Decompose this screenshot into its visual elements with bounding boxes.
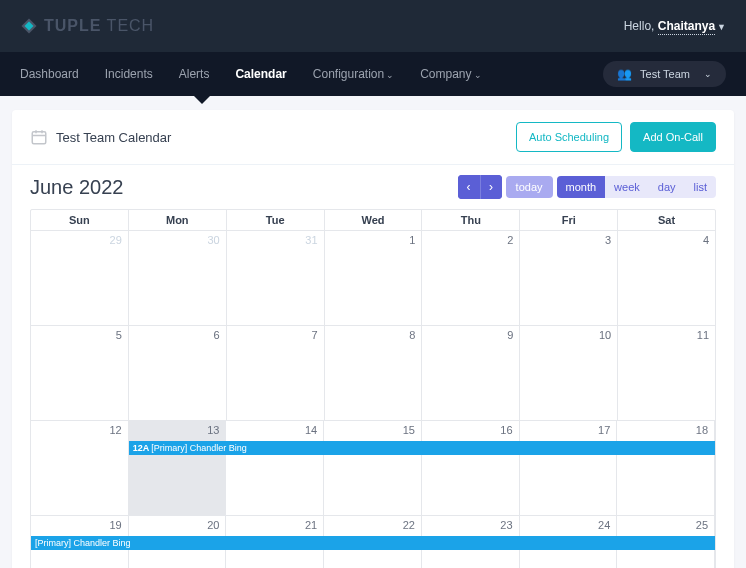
day-cell[interactable]: 17 [520, 421, 618, 515]
day-number: 10 [599, 329, 611, 341]
day-header: Tue [227, 210, 325, 230]
week-row: 567891011 [31, 325, 715, 420]
today-button[interactable]: today [506, 176, 553, 198]
day-number: 6 [214, 329, 220, 341]
svg-rect-0 [32, 132, 46, 144]
event-bar[interactable]: [Primary] Chandler Bing [31, 536, 715, 550]
calendar-toolbar: June 2022 ‹ › today monthweekdaylist [30, 175, 716, 199]
event-bar[interactable]: 12A[Primary] Chandler Bing [129, 441, 715, 455]
add-on-call-button[interactable]: Add On-Call [630, 122, 716, 152]
nav-item-company[interactable]: Company⌄ [420, 67, 481, 81]
day-cell[interactable]: 16 [422, 421, 520, 515]
day-number: 13 [207, 424, 219, 436]
chevron-down-icon: ⌄ [386, 70, 394, 80]
day-cell[interactable]: 3 [520, 231, 618, 325]
content-header: Test Team Calendar Auto Scheduling Add O… [12, 110, 734, 165]
username: Chaitanya [658, 19, 715, 35]
view-group: monthweekdaylist [557, 176, 716, 198]
day-cell[interactable]: 14 [226, 421, 324, 515]
day-number: 16 [500, 424, 512, 436]
day-number: 19 [109, 519, 121, 531]
day-header-row: SunMonTueWedThuFriSat [31, 210, 715, 230]
team-selector[interactable]: 👥 Test Team ⌄ [603, 61, 726, 87]
nav-items: DashboardIncidentsAlertsCalendarConfigur… [20, 67, 482, 81]
prev-button[interactable]: ‹ [458, 175, 480, 199]
day-number: 22 [403, 519, 415, 531]
page-title: Test Team Calendar [56, 130, 171, 145]
calendar-icon [30, 128, 48, 146]
greeting-prefix: Hello, [624, 19, 658, 33]
nav-item-dashboard[interactable]: Dashboard [20, 67, 79, 81]
logo[interactable]: TUPLE TECH [20, 17, 154, 35]
week-row: 2930311234 [31, 230, 715, 325]
day-number: 8 [409, 329, 415, 341]
day-cell[interactable]: 15 [324, 421, 422, 515]
caret-down-icon: ▼ [717, 22, 726, 32]
day-cell[interactable]: 7 [227, 326, 325, 420]
day-number: 18 [696, 424, 708, 436]
day-number: 25 [696, 519, 708, 531]
day-number: 31 [305, 234, 317, 246]
day-number: 21 [305, 519, 317, 531]
nav-item-configuration[interactable]: Configuration⌄ [313, 67, 394, 81]
next-button[interactable]: › [480, 175, 502, 199]
team-label: Test Team [640, 68, 690, 80]
view-day-button[interactable]: day [649, 176, 685, 198]
day-cell[interactable]: 10 [520, 326, 618, 420]
user-greeting[interactable]: Hello, Chaitanya▼ [624, 19, 726, 33]
day-cell[interactable]: 18 [617, 421, 715, 515]
day-header: Fri [520, 210, 618, 230]
content-card: Test Team Calendar Auto Scheduling Add O… [12, 110, 734, 568]
logo-icon [20, 17, 38, 35]
event-label: [Primary] Chandler Bing [151, 443, 247, 453]
topbar: TUPLE TECH Hello, Chaitanya▼ [0, 0, 746, 52]
day-cell[interactable]: 11 [618, 326, 715, 420]
week-row: 19202122232425[Primary] Chandler Bing [31, 515, 715, 568]
day-number: 30 [207, 234, 219, 246]
day-cell[interactable]: 5 [31, 326, 129, 420]
day-cell[interactable]: 30 [129, 231, 227, 325]
day-cell[interactable]: 13 [129, 421, 227, 515]
day-number: 29 [110, 234, 122, 246]
view-list-button[interactable]: list [685, 176, 716, 198]
day-header: Sun [31, 210, 129, 230]
logo-text: TUPLE TECH [44, 17, 154, 35]
day-number: 12 [109, 424, 121, 436]
day-cell[interactable]: 1 [325, 231, 423, 325]
day-cell[interactable]: 8 [325, 326, 423, 420]
day-cell[interactable]: 6 [129, 326, 227, 420]
day-cell[interactable]: 9 [422, 326, 520, 420]
active-tab-indicator [194, 96, 210, 104]
day-cell[interactable]: 31 [227, 231, 325, 325]
nav-item-alerts[interactable]: Alerts [179, 67, 210, 81]
day-cell[interactable]: 4 [618, 231, 715, 325]
nav-arrows: ‹ › [458, 175, 502, 199]
day-header: Wed [325, 210, 423, 230]
calendar-title: June 2022 [30, 176, 123, 199]
day-number: 17 [598, 424, 610, 436]
team-icon: 👥 [617, 67, 632, 81]
day-header: Sat [618, 210, 715, 230]
day-number: 9 [507, 329, 513, 341]
day-number: 15 [403, 424, 415, 436]
calendar-controls: ‹ › today monthweekdaylist [458, 175, 716, 199]
day-cell[interactable]: 12 [31, 421, 129, 515]
event-label: [Primary] Chandler Bing [35, 538, 131, 548]
day-number: 4 [703, 234, 709, 246]
nav-item-calendar[interactable]: Calendar [235, 67, 286, 81]
day-cell[interactable]: 2 [422, 231, 520, 325]
view-week-button[interactable]: week [605, 176, 649, 198]
view-month-button[interactable]: month [557, 176, 606, 198]
day-number: 24 [598, 519, 610, 531]
day-number: 14 [305, 424, 317, 436]
day-cell[interactable]: 29 [31, 231, 129, 325]
chevron-down-icon: ⌄ [474, 70, 482, 80]
nav-item-incidents[interactable]: Incidents [105, 67, 153, 81]
day-header: Mon [129, 210, 227, 230]
day-number: 1 [409, 234, 415, 246]
day-number: 20 [207, 519, 219, 531]
auto-scheduling-button[interactable]: Auto Scheduling [516, 122, 622, 152]
event-time: 12A [133, 443, 150, 453]
day-header: Thu [422, 210, 520, 230]
calendar-grid: SunMonTueWedThuFriSat 293031123456789101… [30, 209, 716, 568]
